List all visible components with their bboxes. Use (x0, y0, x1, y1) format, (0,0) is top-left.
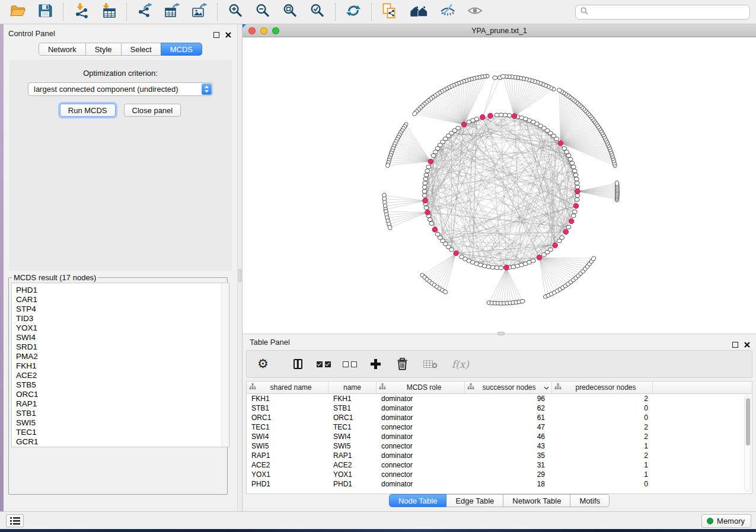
run-mcds-button[interactable]: Run MCDS (60, 104, 116, 117)
result-list-item[interactable]: SRD1 (16, 342, 229, 352)
cell-name[interactable]: ORC1 (328, 414, 377, 422)
cell-name[interactable]: ACE2 (328, 461, 377, 469)
network-window-titlebar[interactable]: YPA_prune.txt_1 (243, 24, 756, 37)
cell-mcds_role[interactable]: connector (377, 461, 465, 469)
table-tab-edge-table[interactable]: Edge Table (446, 494, 503, 507)
zoom-fit-button[interactable] (281, 4, 299, 20)
cell-predecessor_nodes[interactable]: 0 (552, 414, 653, 422)
table-scrollbar[interactable] (744, 395, 751, 492)
cell-predecessor_nodes[interactable]: 0 (552, 404, 653, 412)
cell-mcds_role[interactable]: dominator (377, 414, 465, 422)
float-panel-icon[interactable] (732, 342, 738, 348)
cell-name[interactable]: RAP1 (328, 451, 377, 460)
tab-style[interactable]: Style (85, 43, 122, 56)
cell-shared_name[interactable]: SWI4 (247, 432, 328, 441)
tab-network[interactable]: Network (39, 43, 86, 56)
cell-shared_name[interactable]: YOX1 (247, 470, 328, 479)
column-header-predecessor-nodes[interactable]: predecessor nodes (552, 382, 653, 393)
cell-successor_nodes[interactable]: 47 (465, 423, 552, 431)
export-network-button[interactable] (136, 4, 154, 20)
cell-name[interactable]: STB1 (328, 404, 377, 412)
save-button[interactable] (36, 4, 54, 20)
home-button[interactable] (408, 4, 429, 20)
cell-shared_name[interactable]: ACE2 (247, 461, 328, 469)
zoom-selected-button[interactable] (308, 4, 326, 20)
column-header-mcds-role[interactable]: MCDS role (377, 382, 465, 393)
cell-name[interactable]: TEC1 (328, 423, 377, 431)
table-tab-node-table[interactable]: Node Table (389, 494, 447, 507)
result-list-item[interactable]: RAP1 (16, 399, 229, 409)
table-scrollbar-thumb[interactable] (746, 398, 750, 446)
table-row-stb1[interactable]: STB1STB1dominator620 (247, 403, 752, 413)
result-list-item[interactable]: STB1 (16, 409, 229, 418)
cell-predecessor_nodes[interactable]: 2 (552, 451, 653, 460)
cell-mcds_role[interactable]: connector (377, 442, 465, 450)
result-list-item[interactable]: YOX1 (16, 323, 229, 333)
result-list-item[interactable]: TID3 (16, 314, 229, 323)
cell-mcds_role[interactable]: dominator (377, 432, 465, 441)
cell-successor_nodes[interactable]: 46 (465, 432, 552, 441)
cell-shared_name[interactable]: ORC1 (247, 414, 328, 422)
window-minimize-light[interactable] (260, 27, 267, 34)
cell-shared_name[interactable]: FKH1 (247, 395, 328, 403)
column-header-name[interactable]: name (328, 382, 377, 393)
show-panels-button list-icon[interactable] (6, 514, 24, 527)
table-row-orc1[interactable]: ORC1ORC1dominator610 (247, 413, 752, 422)
close-panel-button[interactable]: Close panel (124, 104, 181, 117)
cell-predecessor_nodes[interactable]: 1 (552, 442, 653, 450)
result-list-item[interactable]: STP4 (16, 305, 229, 314)
float-panel-icon[interactable] (213, 32, 219, 38)
table-tab-network-table[interactable]: Network Table (503, 494, 570, 507)
clone-network-button[interactable] (381, 4, 398, 20)
cell-predecessor_nodes[interactable]: 2 (552, 423, 653, 431)
cell-shared_name[interactable]: PHD1 (247, 480, 328, 488)
table-row-ace2[interactable]: ACE2ACE2connector311 (247, 460, 752, 470)
cell-shared_name[interactable]: SWI5 (247, 442, 328, 450)
table-row-swi4[interactable]: SWI4SWI4dominator462 (247, 432, 752, 441)
close-panel-icon[interactable] (225, 30, 231, 40)
tab-select[interactable]: Select (121, 43, 161, 56)
result-list-item[interactable]: GCR1 (16, 437, 229, 447)
result-list-item[interactable]: ORC1 (16, 390, 229, 399)
cell-shared_name[interactable]: STB1 (247, 404, 328, 412)
window-close-light[interactable] (248, 27, 256, 34)
cell-predecessor_nodes[interactable]: 1 (552, 461, 653, 469)
cell-name[interactable]: SWI4 (328, 432, 377, 441)
result-list-item[interactable]: SWI4 (16, 333, 229, 342)
result-list-item[interactable]: ACE2 (16, 371, 229, 380)
export-table-button[interactable] (163, 4, 181, 20)
import-network-button[interactable] (72, 4, 90, 20)
cell-name[interactable]: FKH1 (328, 395, 377, 403)
cell-mcds_role[interactable]: dominator (377, 404, 465, 412)
table-settings-button gear-icon[interactable]: ⚙ (257, 357, 269, 370)
memory-button[interactable]: Memory (701, 514, 751, 528)
cell-name[interactable]: SWI5 (328, 442, 377, 450)
table-tab-motifs[interactable]: Motifs (570, 494, 610, 507)
mcds-result-list[interactable]: PHD1CAR1STP4TID3YOX1SWI4SRD1PMA2FKH1ACE2… (11, 283, 229, 447)
show-columns-button column-icon[interactable] (294, 359, 302, 369)
select-all-columns-button checked-boxes-icon[interactable] (317, 361, 331, 367)
cell-successor_nodes[interactable]: 18 (465, 480, 552, 488)
cell-name[interactable]: YOX1 (328, 470, 377, 479)
export-image-button[interactable] (190, 4, 208, 20)
cell-mcds_role[interactable]: dominator (377, 395, 465, 403)
result-scrollbar[interactable] (221, 283, 229, 447)
table-row-rap1[interactable]: RAP1RAP1dominator352 (247, 451, 752, 460)
cell-predecessor_nodes[interactable]: 2 (552, 432, 653, 441)
cell-successor_nodes[interactable]: 35 (465, 451, 552, 460)
result-list-item[interactable]: SWI5 (16, 418, 229, 428)
zoom-in-button[interactable] (227, 4, 244, 20)
result-list-item[interactable]: TEC1 (16, 428, 229, 437)
search-input[interactable] (592, 8, 745, 17)
result-list-item[interactable]: PHD1 (16, 286, 229, 295)
cell-shared_name[interactable]: RAP1 (247, 451, 328, 460)
network-canvas[interactable] (243, 38, 756, 334)
table-row-yox1[interactable]: YOX1YOX1connector291 (247, 470, 752, 479)
hide-selected-button[interactable] (439, 4, 457, 20)
close-panel-icon[interactable] (744, 339, 750, 350)
delete-column-button trash-icon[interactable] (397, 358, 408, 370)
cell-successor_nodes[interactable]: 96 (465, 395, 552, 403)
column-header-shared-name[interactable]: shared name (247, 382, 328, 393)
criterion-dropdown[interactable]: largest connected component (undirected) (28, 82, 213, 96)
cell-predecessor_nodes[interactable]: 2 (552, 395, 653, 403)
